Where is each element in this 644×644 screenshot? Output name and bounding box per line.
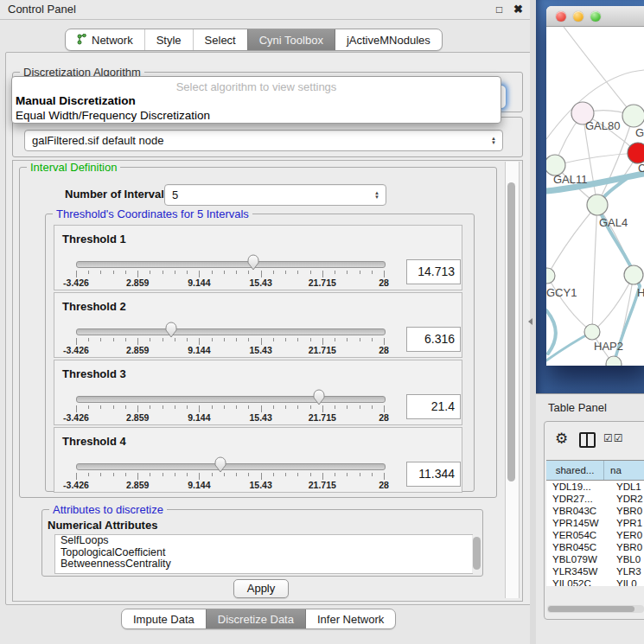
slider-tick [199,271,200,277]
tab-impute-data[interactable]: Impute Data [122,609,206,628]
vertical-scrollbar[interactable] [505,162,520,598]
threshold-slider-track[interactable] [76,328,386,335]
table-row[interactable]: YDR27...YDR2 [546,493,644,505]
interval-definition-title: Interval Definition [27,161,120,174]
table-row[interactable]: YPR145WYPR1 [546,517,644,529]
network-window-titlebar[interactable] [546,6,644,27]
tab-network[interactable]: Network [66,29,144,50]
threshold-value-field[interactable]: 11.344 [406,462,461,487]
slider-tick [199,405,200,412]
slider-tick [335,338,335,341]
slider-tick [360,405,360,409]
threshold-value-field[interactable]: 6.316 [406,327,461,352]
threshold-slider-track[interactable] [76,396,386,403]
table-data-combobox[interactable]: galFiltered.sif default node ▲▼ [24,130,503,151]
tab-style[interactable]: Style [144,29,193,50]
slider-tick [224,338,225,341]
table-row[interactable]: YIL052CYIL0 [546,577,644,586]
table-row[interactable]: YBR043CYBR0 [546,505,644,517]
number-of-intervals-combobox[interactable]: 5 ▲▼ [164,184,386,206]
minimize-traffic-icon[interactable] [573,11,583,22]
slider-tick [261,405,262,412]
cytoscape-app: Control Panel □ ✖ NetworkStyleSelectCyni… [0,0,644,644]
attributes-list-scrollbar[interactable] [472,535,482,573]
slider-tick-label: 28 [364,277,404,288]
close-traffic-icon[interactable] [556,11,566,22]
cell-shared-name: YDR27... [546,493,610,505]
apply-button[interactable]: Apply [233,579,289,598]
popup-item-manual-discretization[interactable]: Manual Discretization [12,93,501,108]
slider-tick [88,473,89,476]
table-row[interactable]: YBR045CYBR0 [546,541,644,553]
zoom-traffic-icon[interactable] [590,11,601,22]
threshold-slider-thumb[interactable] [311,387,327,406]
slider-tick [150,405,150,409]
slider-tick [187,473,188,476]
slider-tick [310,338,311,341]
tab-discretize-data[interactable]: Discretize Data [206,609,305,628]
slider-tick [248,338,249,341]
vertical-scrollbar-thumb[interactable] [507,182,515,481]
settings-gear-icon[interactable]: ⚙ [555,430,568,448]
slider-tick [347,338,348,341]
tab-cyni-toolbox[interactable]: Cyni Toolbox [247,29,335,50]
threshold-slider-track[interactable] [76,261,386,268]
threshold-value-field[interactable]: 21.4 [406,394,461,419]
table-row[interactable]: YLR345WYLR3 [546,565,644,577]
cell-shared-name: YBR045C [546,541,610,553]
tab-infer-network[interactable]: Infer Network [305,609,395,628]
popup-item-equal-width-frequency-discretization[interactable]: Equal Width/Frequency Discretization [12,108,501,123]
column-header-name[interactable]: na [604,461,644,480]
network-canvas[interactable]: GAL80GAL11GAL4GCY1HAP2GACH [546,27,644,366]
threshold-slider-thumb[interactable] [163,320,179,339]
slider-tick [285,338,286,341]
attribute-item-topologicalcoefficient[interactable]: TopologicalCoefficient [55,547,472,559]
threshold-row-2: Threshold 2-3.4262.8599.14415.4321.71528… [54,292,462,358]
combo-stepper-icon: ▲▼ [488,137,500,145]
attribute-item-betweennesscentrality[interactable]: BetweennessCentrality [55,558,472,571]
table-row[interactable]: YDL19...YDL1 [546,481,644,493]
select-columns-icon[interactable]: ☑☑ [603,432,624,444]
table-horizontal-scrollbar-thumb[interactable] [548,606,634,612]
node-table-rows: YDL19...YDL1YDR27...YDR2YBR043CYBR0YPR14… [546,481,644,586]
slider-tick-label: 15.43 [241,480,281,490]
threshold-slider-track[interactable] [76,463,386,470]
slider-tick [372,405,373,409]
node-table-header: shared... na [546,460,644,481]
splitter-collapse-icon[interactable] [528,318,532,325]
slider-tick [100,473,101,476]
attribute-item-selfloops[interactable]: SelfLoops [55,535,472,547]
table-row[interactable]: YBL079WYBL0 [546,553,644,565]
threshold-slider-thumb[interactable] [245,252,261,271]
tab-select[interactable]: Select [193,29,247,50]
threshold-slider-thumb[interactable] [213,455,228,474]
slider-tick [261,338,262,345]
tab-label: Impute Data [133,613,194,626]
float-window-icon[interactable]: □ [496,3,502,16]
slider-tick [248,473,249,476]
column-header-shared[interactable]: shared... [546,461,604,480]
tab-jactivemnodules[interactable]: jActiveMNodules [335,29,442,50]
table-horizontal-scrollbar[interactable] [547,605,644,613]
attributes-list-scrollbar-thumb[interactable] [473,537,481,570]
cell-name: YLR3 [610,565,644,577]
slider-tick [187,338,188,341]
slider-tick [88,405,89,409]
numerical-attributes-list[interactable]: SelfLoopsTopologicalCoefficientBetweenne… [54,534,473,574]
threshold-value-field[interactable]: 14.713 [406,259,461,284]
slider-tick [125,271,126,274]
slider-tick [285,473,286,476]
slider-tick [113,405,114,409]
node-table-container: ⚙ ☑☑ shared... na YDL19...YDL1YDR27...YD… [544,421,644,620]
slider-tick-label: 9.144 [179,277,219,288]
slider-tick [125,338,126,341]
node-table: shared... na YDL19...YDL1YDR27...YDR2YBR… [546,460,644,586]
close-icon[interactable]: ✖ [513,3,523,16]
node-label-gcy1: GCY1 [546,286,577,299]
network-view-window[interactable]: GAL80GAL11GAL4GCY1HAP2GACH [546,6,644,366]
table-row[interactable]: YER054CYER0 [546,529,644,541]
slider-tick [273,271,274,274]
slider-tick [372,473,373,476]
column-layout-icon[interactable] [579,432,596,448]
thresholds-group-title: Threshold's Coordinates for 5 Intervals [53,207,252,220]
